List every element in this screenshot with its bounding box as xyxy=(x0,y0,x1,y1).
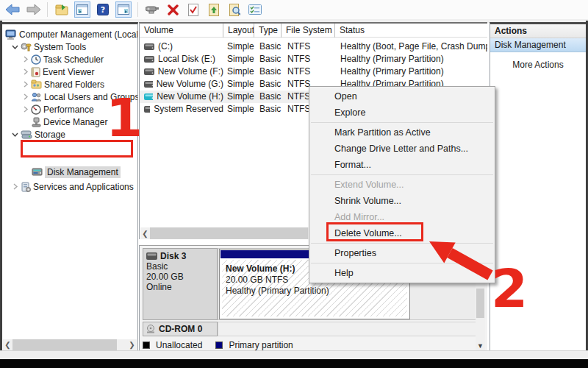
cdrom-icon xyxy=(146,325,156,333)
tree-item-storage[interactable]: Storage xyxy=(11,128,65,141)
actions-header: Actions xyxy=(490,24,586,38)
forward-icon[interactable] xyxy=(25,1,41,18)
device-manager-icon xyxy=(32,117,41,127)
delete-icon[interactable] xyxy=(165,1,181,18)
more-actions-button[interactable]: More Actions xyxy=(490,60,586,70)
list-panel-icon[interactable] xyxy=(247,1,263,18)
chevron-right-icon[interactable] xyxy=(21,68,29,75)
tree-item-label: Computer Management (Local xyxy=(19,29,138,40)
actions-disk-management-item[interactable]: Disk Management xyxy=(490,38,586,52)
volume-layout: Simple xyxy=(227,53,254,66)
event-viewer-icon xyxy=(31,67,40,77)
tree-item-label: Services and Applications xyxy=(33,182,134,192)
column-header-volume[interactable]: Volume xyxy=(140,24,223,38)
volume-layout: Simple xyxy=(227,66,254,78)
scrollbar-thumb[interactable] xyxy=(12,339,117,350)
volume-status: Healthy (Primary Partition) xyxy=(340,66,487,78)
tree-item-services-and-applications[interactable]: Services and Applications xyxy=(11,180,134,193)
doc-check-icon[interactable] xyxy=(185,1,201,18)
column-header-type[interactable]: Type xyxy=(254,24,282,38)
menu-item-open[interactable]: Open xyxy=(309,88,495,105)
volume-name: New Volume (H:) xyxy=(157,91,223,103)
cdrom-header[interactable]: CD-ROM 0 xyxy=(143,322,218,336)
legend-unallocated-swatch xyxy=(143,342,150,349)
volume-type: Basic xyxy=(259,40,282,53)
table-row-e[interactable]: Local Disk (E:) Simple Basic NTFS Health… xyxy=(140,53,487,66)
chevron-down-icon[interactable] xyxy=(11,131,18,138)
doc-magnifier-icon[interactable] xyxy=(226,1,243,18)
menu-item-explore[interactable]: Explore xyxy=(309,105,495,121)
volume-name: New Volume (G:) xyxy=(157,78,223,91)
performance-icon xyxy=(31,105,41,115)
chevron-right-icon[interactable] xyxy=(11,183,18,190)
help-icon[interactable]: ? xyxy=(95,1,111,18)
column-header-file-system[interactable]: File System xyxy=(282,24,335,38)
storage-icon xyxy=(21,130,32,139)
tree-item-task-scheduler[interactable]: Task Scheduler xyxy=(21,53,104,66)
table-row-c[interactable]: (C:) Simple Basic NTFS Healthy (Boot, Pa… xyxy=(140,40,487,53)
tree-item-shared-folders[interactable]: Shared Folders xyxy=(21,78,104,91)
volume-name: System Reserved xyxy=(154,103,223,116)
device-icon[interactable] xyxy=(144,1,160,18)
tree-item-computer-management[interactable]: Computer Management (Local xyxy=(5,28,138,40)
volume-type: Basic xyxy=(259,103,282,116)
volume-layout: Simple xyxy=(227,91,254,103)
scroll-left-icon[interactable]: ❮ xyxy=(3,339,12,350)
disk-icon xyxy=(146,252,157,260)
volume-layout: Simple xyxy=(227,40,254,53)
volume-fs: NTFS xyxy=(287,53,331,66)
column-header-status[interactable]: Status xyxy=(335,24,487,38)
volume-name: Local Disk (E:) xyxy=(158,53,215,66)
annotation-number-2: 2 xyxy=(491,265,528,313)
disk-status: Online xyxy=(146,282,214,292)
chevron-right-icon[interactable] xyxy=(21,81,29,88)
drive-icon xyxy=(144,68,154,75)
volume-status: Healthy (Primary Partition) xyxy=(340,53,487,66)
doc-up-arrow-icon[interactable] xyxy=(206,1,222,18)
services-icon xyxy=(21,182,31,192)
chevron-right-icon[interactable] xyxy=(21,56,29,63)
legend-primary-label: Primary partition xyxy=(229,340,293,350)
disk3-header[interactable]: Disk 3 Basic 20.00 GB Online xyxy=(143,248,218,320)
menu-item-shrink-volume[interactable]: Shrink Volume... xyxy=(309,193,495,209)
volume-status: Healthy (Boot, Page File, Crash Dump, xyxy=(340,40,487,53)
drive-icon xyxy=(144,81,153,88)
disk-management-icon xyxy=(32,168,43,176)
scroll-right-icon[interactable]: ❯ xyxy=(127,339,137,350)
chevron-right-icon[interactable] xyxy=(21,93,29,100)
tree-item-disk-management[interactable]: Disk Management xyxy=(32,166,121,178)
tree-item-label: Storage xyxy=(35,130,65,140)
menu-separator xyxy=(311,122,493,123)
folder-arrow-icon[interactable] xyxy=(54,1,70,18)
tree-item-event-viewer[interactable]: Event Viewer xyxy=(21,66,94,78)
column-header-layout[interactable]: Layout xyxy=(223,24,254,38)
console-tree-toggle-icon[interactable] xyxy=(74,1,90,18)
menu-item-mark-partition-active[interactable]: Mark Partition as Active xyxy=(309,124,495,141)
tree-item-label: Task Scheduler xyxy=(43,54,104,65)
menu-item-extend-volume: Extend Volume... xyxy=(309,177,495,193)
chevron-down-icon[interactable] xyxy=(11,43,18,50)
scrollbar-thumb[interactable] xyxy=(150,227,308,239)
tree-item-device-manager[interactable]: Device Manager xyxy=(32,116,107,128)
scroll-left-icon[interactable]: ❮ xyxy=(140,227,150,239)
volume-name: New Volume (F:) xyxy=(158,66,223,78)
cdrom-track xyxy=(218,322,476,336)
svg-text:?: ? xyxy=(101,5,105,15)
action-pane-toggle-icon[interactable] xyxy=(115,1,132,18)
scroll-down-icon[interactable]: ▼ xyxy=(476,341,485,350)
sidebar-horizontal-scrollbar[interactable]: ❮ ❯ xyxy=(3,339,137,350)
system-tools-icon xyxy=(21,42,32,52)
table-row-f[interactable]: New Volume (F:) Simple Basic NTFS Health… xyxy=(140,66,487,78)
menu-item-format[interactable]: Format... xyxy=(309,157,495,173)
back-icon[interactable] xyxy=(4,1,21,18)
disk-kind: Basic xyxy=(146,261,214,272)
menu-item-change-drive-letter[interactable]: Change Drive Letter and Paths... xyxy=(309,141,495,157)
volume-type: Basic xyxy=(259,53,282,66)
legend-unallocated-label: Unallocated xyxy=(156,340,202,350)
chevron-right-icon[interactable] xyxy=(21,106,29,113)
partition-health: Healthy (Primary Partition) xyxy=(226,286,329,297)
tree-item-system-tools[interactable]: System Tools xyxy=(11,40,86,53)
scrollbar-thumb[interactable] xyxy=(476,289,484,318)
tree-item-performance[interactable]: Performance xyxy=(21,103,94,116)
cdrom-name: CD-ROM 0 xyxy=(159,324,202,334)
